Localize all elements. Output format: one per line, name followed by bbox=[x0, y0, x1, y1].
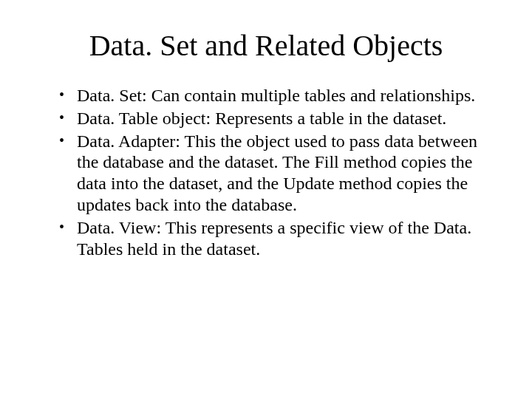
list-item: Data. Adapter: This the object used to p… bbox=[59, 131, 480, 216]
slide-title: Data. Set and Related Objects bbox=[44, 28, 488, 63]
list-item: Data. Table object: Represents a table i… bbox=[59, 108, 480, 129]
slide: Data. Set and Related Objects Data. Set:… bbox=[0, 0, 532, 399]
bullet-list: Data. Set: Can contain multiple tables a… bbox=[59, 85, 480, 259]
list-item: Data. Set: Can contain multiple tables a… bbox=[59, 85, 480, 106]
list-item: Data. View: This represents a specific v… bbox=[59, 217, 480, 260]
